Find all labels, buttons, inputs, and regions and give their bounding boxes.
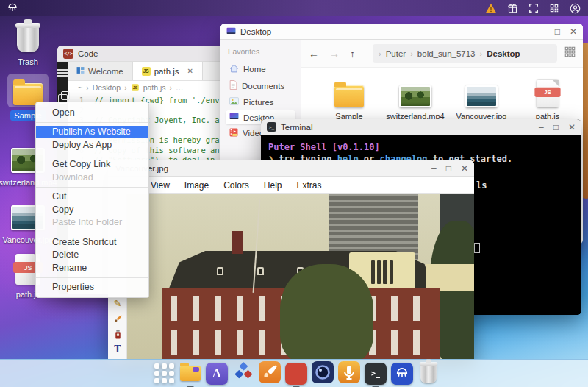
- dock-item-app-launcher[interactable]: [153, 363, 175, 385]
- path-breadcrumb[interactable]: ›Puter›bold_sun_5713›Desktop: [373, 44, 557, 63]
- qr-code-icon[interactable]: [549, 3, 559, 13]
- breadcrumb-segment[interactable]: path.js: [143, 83, 166, 92]
- maximize-button[interactable]: □: [553, 123, 559, 132]
- close-button[interactable]: ✕: [570, 27, 577, 36]
- viewer-menu-view[interactable]: View: [151, 180, 170, 191]
- fullscreen-icon[interactable]: [528, 3, 539, 13]
- file-icon: [465, 75, 498, 107]
- puter-logo-icon[interactable]: [7, 2, 18, 14]
- breadcrumb-segment[interactable]: bold_sun_5713: [417, 49, 476, 58]
- viewer-menu-extras[interactable]: Extras: [297, 180, 322, 191]
- minimize-button[interactable]: –: [539, 123, 544, 132]
- breadcrumb-segment[interactable]: Desktop: [93, 83, 121, 92]
- terminal-icon: >_: [365, 363, 387, 385]
- up-button[interactable]: ↑: [350, 48, 355, 60]
- home-icon: [229, 64, 239, 74]
- menu-item-open[interactable]: Open: [36, 106, 148, 119]
- menu-item-delete[interactable]: Delete: [36, 249, 148, 262]
- minimize-button[interactable]: –: [431, 164, 437, 173]
- menu-divider: [36, 187, 148, 188]
- menu-item-rename[interactable]: Rename: [36, 261, 148, 274]
- image-viewer-window[interactable]: Vancouver.jpg – □ ✕ ViewImageColorsHelpE…: [108, 160, 474, 361]
- sidebar-item-pictures[interactable]: Pictures: [226, 95, 295, 109]
- paint-icon: [259, 361, 281, 386]
- dock-item-code[interactable]: [285, 363, 307, 385]
- chevron-right-icon: ›: [170, 83, 173, 92]
- file-list: Sampleswitzerland.mp4Vancouver.jpgJSpath…: [301, 68, 583, 121]
- pencil-tool-icon[interactable]: ✎: [108, 298, 127, 309]
- dock-item-text-editor[interactable]: A: [206, 363, 228, 385]
- dock-item-trash[interactable]: [417, 363, 440, 385]
- pictures-icon: [229, 97, 239, 107]
- dock-item-blocks[interactable]: [232, 363, 254, 385]
- file-item-path-js[interactable]: JSpath.js: [522, 75, 573, 121]
- brush-tool-icon[interactable]: [108, 314, 127, 324]
- dock-item-camera[interactable]: [312, 363, 334, 385]
- back-button[interactable]: ←: [309, 48, 319, 60]
- gift-icon[interactable]: [507, 3, 518, 14]
- forward-button[interactable]: →: [329, 48, 340, 60]
- dock-item-recorder[interactable]: [338, 363, 360, 385]
- viewer-menu-image[interactable]: Image: [184, 180, 209, 191]
- puter-logo-icon: [391, 363, 413, 385]
- dock-item-files[interactable]: [179, 363, 201, 385]
- grid-view-icon[interactable]: [564, 46, 576, 60]
- sidebar-header: Favorites: [228, 47, 295, 56]
- breadcrumb-segment[interactable]: Puter: [386, 49, 406, 58]
- sidebar-item-documents[interactable]: Documents: [226, 78, 295, 93]
- file-manager-toolbar: ← → ↑ ›Puter›bold_sun_5713›Desktop: [301, 40, 583, 68]
- dock-item-puter[interactable]: [391, 363, 413, 385]
- app-launcher-grid-icon: [154, 363, 174, 383]
- menu-item-copy[interactable]: Copy: [36, 203, 148, 216]
- viewer-menu-colors[interactable]: Colors: [223, 180, 249, 191]
- image-viewer-titlebar[interactable]: Vancouver.jpg – □ ✕: [108, 160, 474, 177]
- chevron-right-icon: ›: [124, 83, 127, 92]
- file-item-vancouver-jpg[interactable]: Vancouver.jpg: [456, 75, 507, 121]
- desktop-icon-graphic: [11, 21, 45, 54]
- breadcrumb-segment[interactable]: Desktop: [487, 49, 520, 58]
- partial-command-text: ls: [476, 180, 487, 191]
- file-item-sample[interactable]: Sample: [323, 75, 375, 121]
- image-thumbnail-icon: [465, 85, 498, 107]
- camera-icon: [312, 361, 334, 386]
- trash-icon: [17, 26, 39, 52]
- image-viewer-menubar: ViewImageColorsHelpExtras: [108, 177, 474, 194]
- breadcrumb-segment[interactable]: …: [176, 83, 184, 92]
- photo-vancouver[interactable]: [127, 194, 474, 361]
- text-tool-icon[interactable]: T: [108, 344, 127, 355]
- tab-close-icon[interactable]: ✕: [187, 67, 193, 75]
- ink-tool-icon[interactable]: [108, 330, 127, 339]
- viewer-menu-help[interactable]: Help: [264, 180, 282, 191]
- menu-item-get-copy-link[interactable]: Get Copy Link: [36, 158, 148, 171]
- terminal-app-icon: >_: [267, 122, 276, 132]
- maximize-button[interactable]: □: [446, 164, 451, 173]
- minimize-button[interactable]: –: [540, 27, 545, 36]
- close-button[interactable]: ✕: [568, 123, 576, 132]
- dock-item-terminal[interactable]: >_: [365, 363, 387, 385]
- warning-icon[interactable]: [485, 3, 497, 13]
- dock-item-paint[interactable]: [259, 363, 281, 385]
- menu-divider: [36, 155, 148, 155]
- account-icon[interactable]: [570, 3, 581, 14]
- chevron-right-icon: ›: [410, 49, 413, 58]
- maximize-button[interactable]: □: [555, 27, 560, 36]
- file-manager-title: Desktop: [240, 27, 271, 36]
- breadcrumb-segment[interactable]: ~: [78, 83, 82, 92]
- tab-welcome[interactable]: Welcome: [68, 62, 133, 80]
- file-item-switzerland-mp4[interactable]: switzerland.mp4: [390, 75, 441, 121]
- menu-item-create-shortcut[interactable]: Create Shortcut: [36, 235, 148, 249]
- terminal-titlebar[interactable]: >_ Terminal – □ ✕: [261, 119, 581, 135]
- menu-item-properties[interactable]: Properties: [36, 281, 148, 294]
- menu-hamburger-icon[interactable]: [57, 69, 68, 77]
- tab-path-js[interactable]: JSpath.js✕: [133, 62, 203, 80]
- desktop-icon-trash[interactable]: Trash: [3, 21, 53, 66]
- menu-divider: [36, 277, 148, 278]
- menu-item-cut[interactable]: Cut: [36, 191, 148, 204]
- sidebar-item-home[interactable]: Home: [226, 62, 295, 77]
- text-editor-icon: A: [206, 363, 228, 385]
- chevron-right-icon: ›: [480, 49, 483, 58]
- menu-item-deploy-as-app[interactable]: Deploy As App: [36, 138, 148, 152]
- menu-item-publish-as-website[interactable]: Publish As Website: [36, 126, 148, 139]
- close-button[interactable]: ✕: [461, 164, 468, 173]
- file-manager-titlebar[interactable]: Desktop – □ ✕: [220, 24, 583, 40]
